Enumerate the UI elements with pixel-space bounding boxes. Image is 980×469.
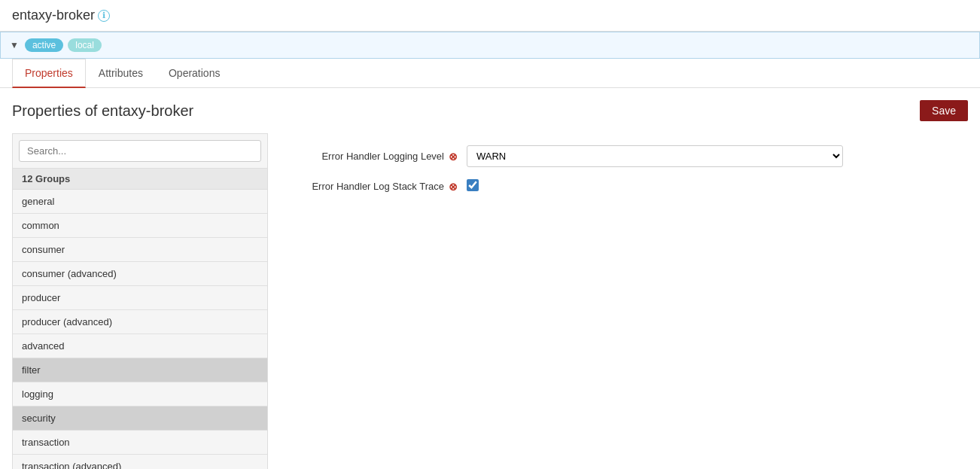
page-title: Properties of entaxy-broker: [12, 102, 193, 120]
required-icon-stack-trace: ⊗: [449, 181, 458, 193]
main-layout: 12 Groups general common consumer consum…: [12, 133, 968, 469]
logging-level-select[interactable]: WARN DEBUG ERROR INFO OFF TRACE: [467, 145, 843, 167]
sidebar-item-general[interactable]: general: [13, 190, 267, 214]
sidebar-item-producer-advanced[interactable]: producer (advanced): [13, 310, 267, 334]
save-button[interactable]: Save: [920, 100, 968, 121]
sidebar-item-transaction[interactable]: transaction: [13, 431, 267, 455]
logging-level-label-text: Error Handler Logging Level: [321, 151, 444, 162]
property-label-logging-level: Error Handler Logging Level ⊗: [286, 151, 467, 163]
sidebar-item-filter[interactable]: filter: [13, 358, 267, 382]
tab-bar: Properties Attributes Operations: [0, 59, 980, 88]
info-icon[interactable]: ℹ: [98, 10, 110, 22]
content-area: Error Handler Logging Level ⊗ WARN DEBUG…: [268, 133, 968, 469]
property-row-stack-trace: Error Handler Log Stack Trace ⊗: [286, 179, 950, 193]
property-control-stack-trace: [467, 179, 843, 193]
required-icon-logging-level: ⊗: [449, 151, 458, 163]
page-content: Properties of entaxy-broker Save 12 Grou…: [0, 88, 980, 469]
stack-trace-label-text: Error Handler Log Stack Trace: [312, 181, 444, 192]
search-input[interactable]: [19, 140, 261, 162]
badge-local: local: [68, 38, 102, 52]
badge-active: active: [25, 38, 63, 52]
sidebar-item-consumer-advanced[interactable]: consumer (advanced): [13, 262, 267, 286]
chevron-icon[interactable]: ▼: [10, 40, 19, 50]
stack-trace-checkbox[interactable]: [467, 179, 479, 191]
sidebar-item-consumer[interactable]: consumer: [13, 238, 267, 262]
property-control-logging-level: WARN DEBUG ERROR INFO OFF TRACE: [467, 145, 843, 167]
sidebar-item-security[interactable]: security: [13, 407, 267, 431]
app-header: entaxy-broker ℹ: [0, 0, 980, 32]
tab-properties[interactable]: Properties: [12, 59, 86, 88]
sidebar-item-common[interactable]: common: [13, 214, 267, 238]
property-row-logging-level: Error Handler Logging Level ⊗ WARN DEBUG…: [286, 145, 950, 167]
app-title: entaxy-broker: [12, 8, 95, 23]
sidebar: 12 Groups general common consumer consum…: [12, 133, 268, 469]
tab-attributes[interactable]: Attributes: [86, 59, 156, 88]
page-header: Properties of entaxy-broker Save: [12, 100, 968, 121]
sidebar-item-logging[interactable]: logging: [13, 382, 267, 407]
groups-header: 12 Groups: [13, 168, 267, 190]
sidebar-item-producer[interactable]: producer: [13, 286, 267, 310]
property-label-stack-trace: Error Handler Log Stack Trace ⊗: [286, 181, 467, 193]
tab-operations[interactable]: Operations: [156, 59, 233, 88]
status-bar: ▼ active local: [0, 32, 980, 59]
sidebar-item-transaction-advanced[interactable]: transaction (advanced): [13, 455, 267, 469]
sidebar-item-advanced[interactable]: advanced: [13, 334, 267, 358]
